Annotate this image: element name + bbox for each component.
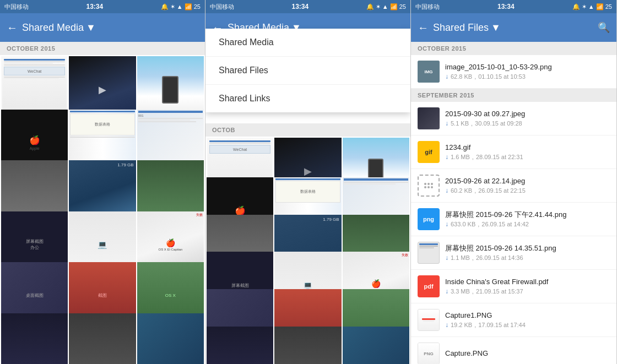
files-list: OCTOBER 2015 IMG image_2015-10-01_10-53-…: [411, 42, 616, 364]
media-grid-middle: WeChat ▶ 🍎 数据表格: [205, 137, 410, 364]
file-info: 屏幕快照 2015-09-26 14.35.51.png ↓ 1.1 MB, 2…: [445, 244, 610, 262]
file-info: 1234.gif ↓ 1.6 MB, 28.09.15 at 22:31: [445, 143, 610, 161]
file-name: Capture1.PNG: [445, 311, 610, 320]
file-name: Inside China's Great Firewall.pdf: [445, 278, 610, 287]
dropdown-item-shared-links[interactable]: Shared Links: [205, 85, 410, 112]
media-thumb[interactable]: 79 GB — 正在计: [207, 327, 273, 364]
file-date: 17.09.15 at 17:44: [478, 322, 526, 328]
download-icon: ↓: [445, 321, 448, 329]
file-size: 1.1 MB: [451, 254, 470, 261]
file-item[interactable]: PNG Capture.PNG: [411, 337, 616, 364]
file-icon-png-blue: png: [418, 208, 440, 230]
file-date: 26.09.15 at 14:36: [476, 254, 523, 261]
file-icon-png-light: [418, 242, 440, 264]
file-name: image_2015-10-01_10-53-29.png: [445, 63, 610, 72]
file-meta: ↓ 5.1 KB, 30.09.15 at 09:28: [445, 119, 610, 127]
file-icon-dark-screenshot: [418, 107, 440, 129]
file-item[interactable]: png 屏幕快照 2015-09-26 下午2.41.44.png ↓ 633.…: [411, 203, 616, 236]
media-thumb[interactable]: 8 GB — 15 小时: [274, 327, 341, 364]
file-info: Capture.PNG: [445, 349, 610, 358]
dropdown-arrow-right[interactable]: ▼: [491, 22, 501, 34]
status-icons-left: 🔔 ✶ ▲ 📶 25: [161, 3, 201, 10]
file-item[interactable]: 屏幕快照 2015-09-26 14.35.51.png ↓ 1.1 MB, 2…: [411, 236, 616, 270]
file-name: 屏幕快照 2015-09-26 14.35.51.png: [445, 244, 610, 253]
media-thumb[interactable]: 8 GB — 15 小时: [69, 313, 136, 365]
file-info: Capture1.PNG ↓ 19.2 KB, 17.09.15 at 17:4…: [445, 311, 610, 329]
file-icon-capture1: [418, 309, 440, 331]
file-item[interactable]: 2015-09-26 at 22.14.jpeg ↓ 60.2 KB, 26.0…: [411, 169, 616, 203]
download-icon: ↓: [445, 73, 448, 80]
file-meta: ↓ 1.1 MB, 26.09.15 at 14:36: [445, 254, 610, 262]
file-date: 26.09.15 at 14:42: [481, 221, 529, 227]
file-icon-gif: gif: [418, 141, 440, 163]
file-size: 62.8 KB: [451, 73, 472, 80]
file-date: 01.10.15 at 10:53: [478, 73, 526, 80]
file-meta: ↓ 633.0 KB, 26.09.15 at 14:42: [445, 220, 610, 228]
file-item[interactable]: gif 1234.gif ↓ 1.6 MB, 28.09.15 at 22:31: [411, 135, 616, 169]
back-button-right[interactable]: ←: [418, 21, 429, 34]
file-info: 2015-09-30 at 09.27.jpeg ↓ 5.1 KB, 30.09…: [445, 110, 610, 128]
status-bar-middle: 中国移动 13:34 🔔 ✶ ▲ 📶 25: [205, 0, 410, 13]
file-meta: ↓ 60.2 KB, 26.09.15 at 22:15: [445, 187, 610, 194]
file-meta: ↓ 19.2 KB, 17.09.15 at 17:44: [445, 321, 610, 329]
dropdown-menu: Shared Media Shared Files Shared Links: [205, 29, 410, 112]
media-thumb[interactable]: OS X El Capitan失败 页面再试一次: [137, 313, 204, 365]
carrier-right: 中国移动: [415, 3, 440, 11]
file-meta: ↓ 62.8 KB, 01.10.15 at 10:53: [445, 73, 610, 80]
file-size: 633.0 KB: [451, 221, 475, 227]
status-icons-right: 🔔 ✶ ▲ 📶 25: [572, 3, 612, 10]
dropdown-arrow-left[interactable]: ▼: [86, 22, 96, 34]
media-thumb[interactable]: OS X El Capitan失败: [343, 327, 409, 364]
file-date: 28.09.15 at 22:31: [476, 154, 523, 160]
file-size: 60.2 KB: [451, 187, 472, 194]
file-item[interactable]: pdf Inside China's Great Firewall.pdf ↓ …: [411, 270, 616, 303]
download-icon: ↓: [445, 254, 448, 262]
file-size: 5.1 KB: [451, 120, 469, 127]
section-header-oct: OCTOBER 2015: [411, 42, 616, 55]
file-size: 3.3 MB: [451, 288, 470, 295]
section-header-middle: OCTOB: [205, 123, 410, 137]
download-icon: ↓: [445, 119, 448, 127]
dropdown-item-shared-media[interactable]: Shared Media: [205, 29, 410, 57]
section-header-sep: SEPTEMBER 2015: [411, 89, 616, 102]
title-text-left: Shared Media: [22, 22, 84, 34]
download-icon: ↓: [445, 153, 448, 161]
app-bar-left: ← Shared Media ▼: [0, 13, 205, 42]
back-button-left[interactable]: ←: [7, 21, 18, 34]
download-icon: ↓: [445, 220, 448, 228]
download-icon: ↓: [445, 287, 448, 295]
app-bar-title-right: Shared Files ▼: [433, 22, 593, 34]
app-bar-title-left: Shared Media ▼: [22, 22, 198, 34]
file-icon-capture2: PNG: [418, 343, 440, 364]
status-bar-right: 中国移动 13:34 🔔 ✶ ▲ 📶 25: [411, 0, 616, 13]
carrier-middle: 中国移动: [210, 3, 234, 11]
file-info: 屏幕快照 2015-09-26 下午2.41.44.png ↓ 633.0 KB…: [445, 210, 610, 229]
panel-left: 中国移动 13:34 🔔 ✶ ▲ 📶 25 ← Shared Media ▼ O…: [0, 0, 205, 364]
file-meta: ↓ 3.3 MB, 21.09.15 at 15:37: [445, 287, 610, 295]
file-name: 2015-09-26 at 22.14.jpeg: [445, 177, 610, 186]
status-bar-left: 中国移动 13:34 🔔 ✶ ▲ 📶 25: [0, 0, 205, 13]
file-name: 屏幕快照 2015-09-26 下午2.41.44.png: [445, 210, 610, 220]
dropdown-item-shared-files[interactable]: Shared Files: [205, 57, 410, 85]
file-item[interactable]: Capture1.PNG ↓ 19.2 KB, 17.09.15 at 17:4…: [411, 303, 616, 337]
search-button-right[interactable]: 🔍: [598, 21, 610, 34]
file-date: 26.09.15 at 22:15: [478, 187, 526, 194]
file-date: 30.09.15 at 09:28: [475, 120, 522, 127]
file-info: Inside China's Great Firewall.pdf ↓ 3.3 …: [445, 278, 610, 296]
file-name: 1234.gif: [445, 143, 610, 153]
file-item[interactable]: 2015-09-30 at 09.27.jpeg ↓ 5.1 KB, 30.09…: [411, 102, 616, 135]
file-size: 19.2 KB: [451, 322, 472, 328]
file-info: 2015-09-26 at 22.14.jpeg ↓ 60.2 KB, 26.0…: [445, 177, 610, 195]
section-header-left: OCTOBER 2015: [0, 42, 205, 55]
time-left: 13:34: [86, 3, 103, 10]
file-meta: ↓ 1.6 MB, 28.09.15 at 22:31: [445, 153, 610, 161]
media-thumb[interactable]: 79 GB — 正在计: [1, 313, 68, 365]
carrier-left: 中国移动: [4, 3, 29, 11]
title-text-right: Shared Files: [433, 22, 489, 34]
media-grid-left: WeChat ▶ 🍎 Apple 数据: [0, 55, 205, 364]
time-right: 13:34: [497, 3, 515, 10]
file-date: 21.09.15 at 15:37: [476, 288, 523, 295]
panel-middle: 中国移动 13:34 🔔 ✶ ▲ 📶 25 ← Shared Media ▼ S…: [205, 0, 411, 364]
file-item[interactable]: IMG image_2015-10-01_10-53-29.png ↓ 62.8…: [411, 55, 616, 89]
file-icon-pdf: pdf: [418, 275, 440, 297]
